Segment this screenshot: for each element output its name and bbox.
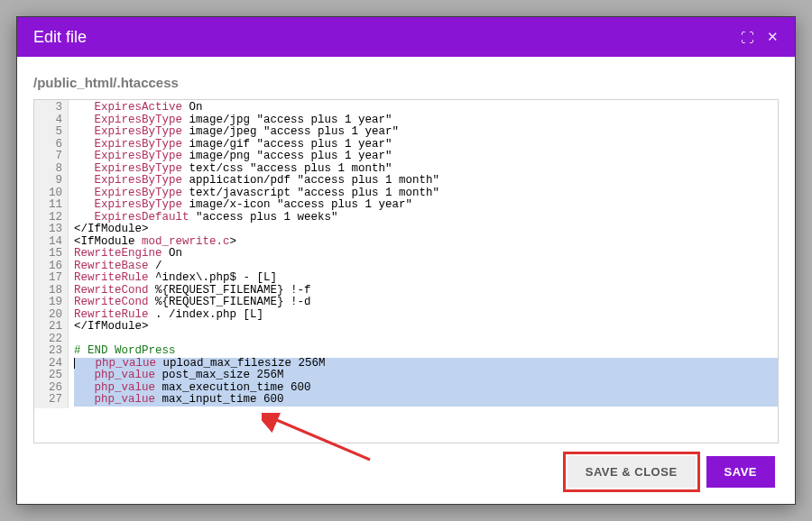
line-number: 8 bbox=[36, 163, 62, 176]
line-number: 12 bbox=[36, 212, 62, 224]
line-number: 19 bbox=[36, 297, 62, 309]
code-line[interactable]: ExpiresByType text/javascript "access pl… bbox=[74, 187, 778, 200]
close-icon[interactable]: ✕ bbox=[767, 29, 779, 45]
line-number: 18 bbox=[36, 285, 62, 297]
code-line[interactable]: ExpiresByType image/jpeg "access plus 1 … bbox=[74, 126, 778, 139]
line-number: 27 bbox=[36, 394, 62, 407]
line-number: 22 bbox=[36, 334, 62, 346]
fullscreen-icon[interactable]: ⛶ bbox=[741, 30, 754, 45]
line-number: 13 bbox=[36, 224, 62, 236]
edit-file-modal: Edit file ⛶ ✕ /public_html/.htaccess 345… bbox=[16, 16, 796, 505]
code-line[interactable]: RewriteCond %{REQUEST_FILENAME} !-f bbox=[74, 285, 778, 297]
line-number-gutter: 3456789101112131415161718192021222324252… bbox=[34, 100, 69, 408]
line-number: 11 bbox=[36, 199, 62, 212]
line-number: 20 bbox=[36, 309, 62, 322]
code-editor[interactable]: 3456789101112131415161718192021222324252… bbox=[33, 99, 779, 443]
code-line[interactable]: RewriteRule . /index.php [L] bbox=[74, 309, 778, 322]
code-line[interactable]: php_value max_input_time 600 bbox=[74, 394, 778, 407]
code-line[interactable]: ExpiresByType text/css "access plus 1 mo… bbox=[74, 163, 778, 176]
modal-title: Edit file bbox=[33, 28, 741, 47]
line-number: 15 bbox=[36, 248, 62, 260]
code-line[interactable]: RewriteEngine On bbox=[74, 248, 778, 260]
code-line[interactable]: ExpiresByType image/gif "access plus 1 y… bbox=[74, 139, 778, 151]
line-number: 7 bbox=[36, 151, 62, 163]
code-line[interactable]: ExpiresDefault "access plus 1 weeks" bbox=[74, 212, 778, 224]
line-number: 17 bbox=[36, 272, 62, 285]
code-line[interactable]: RewriteBase / bbox=[74, 260, 778, 273]
line-number: 25 bbox=[36, 370, 62, 382]
line-number: 14 bbox=[36, 236, 62, 249]
code-line[interactable]: </IfModule> bbox=[74, 224, 778, 236]
code-line[interactable]: ExpiresByType image/png "access plus 1 y… bbox=[74, 151, 778, 163]
code-line[interactable]: php_value post_max_size 256M bbox=[74, 370, 778, 382]
line-number: 23 bbox=[36, 345, 62, 358]
line-number: 4 bbox=[36, 114, 62, 127]
modal-titlebar: Edit file ⛶ ✕ bbox=[17, 17, 795, 57]
line-number: 26 bbox=[36, 382, 62, 395]
code-line[interactable]: <IfModule mod_rewrite.c> bbox=[74, 236, 778, 249]
line-number: 5 bbox=[36, 126, 62, 139]
code-line[interactable]: # END WordPress bbox=[74, 345, 778, 358]
code-line[interactable]: ExpiresByType image/jpg "access plus 1 y… bbox=[74, 114, 778, 127]
code-line[interactable]: php_value upload_max_filesize 256M bbox=[74, 358, 778, 370]
line-number: 3 bbox=[36, 102, 62, 114]
line-number: 21 bbox=[36, 321, 62, 334]
line-number: 6 bbox=[36, 139, 62, 151]
code-line[interactable] bbox=[74, 334, 778, 346]
line-number: 10 bbox=[36, 187, 62, 200]
code-content[interactable]: ExpiresActive On ExpiresByType image/jpg… bbox=[69, 100, 778, 408]
line-number: 24 bbox=[36, 358, 62, 370]
code-line[interactable]: </IfModule> bbox=[74, 321, 778, 334]
code-line[interactable]: ExpiresByType image/x-icon "access plus … bbox=[74, 199, 778, 212]
code-line[interactable]: ExpiresByType application/pdf "access pl… bbox=[74, 175, 778, 187]
code-line[interactable]: php_value max_execution_time 600 bbox=[74, 382, 778, 395]
line-number: 9 bbox=[36, 175, 62, 187]
file-path: /public_html/.htaccess bbox=[17, 57, 795, 96]
line-number: 16 bbox=[36, 260, 62, 273]
modal-footer: SAVE & CLOSE SAVE bbox=[17, 443, 795, 504]
save-button[interactable]: SAVE bbox=[706, 456, 775, 488]
code-line[interactable]: RewriteRule ^index\.php$ - [L] bbox=[74, 272, 778, 285]
code-line[interactable]: RewriteCond %{REQUEST_FILENAME} !-d bbox=[74, 297, 778, 309]
code-line[interactable]: ExpiresActive On bbox=[74, 102, 778, 114]
save-and-close-button[interactable]: SAVE & CLOSE bbox=[567, 456, 696, 488]
